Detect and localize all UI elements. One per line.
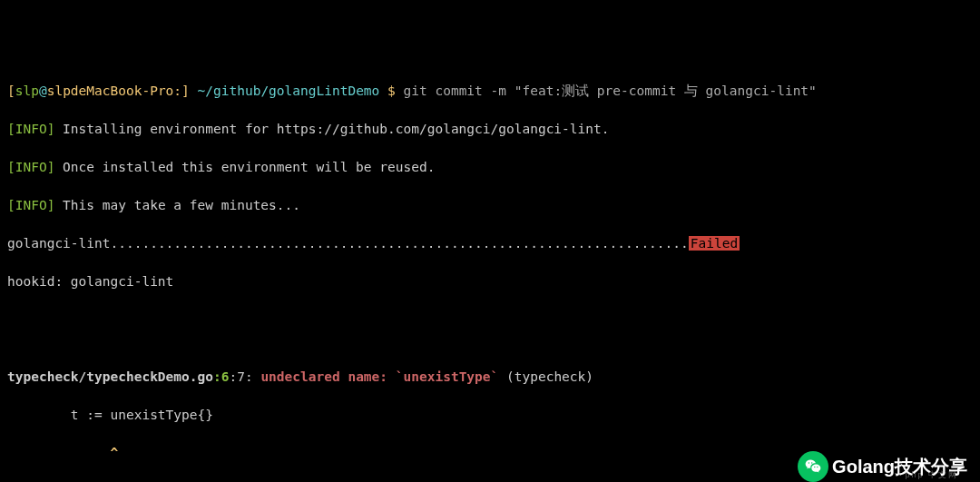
command-text: git commit -m "feat:测试 pre-commit 与 gola…: [396, 84, 817, 98]
prompt-dollar: $: [387, 84, 396, 98]
prompt-cwd: ~/github/golangLintDemo: [190, 84, 387, 98]
prompt-host: slpdeMacBook-Pro:: [47, 84, 181, 98]
hook-dots: ........................................…: [111, 236, 689, 251]
wechat-icon: [798, 451, 828, 482]
prompt-user: slp: [15, 84, 39, 98]
failed-badge: Failed: [689, 236, 740, 251]
info-msg: Installing environment for https://githu…: [54, 122, 609, 136]
bracket-close: ]: [181, 84, 190, 98]
error-1-code: t := unexistType{}: [7, 406, 973, 425]
info-msg: This may take a few minutes...: [54, 198, 300, 212]
info-line-3: [INFO] This may take a few minutes...: [7, 196, 973, 215]
info-tag: [INFO]: [7, 122, 54, 136]
error-line-no: :6: [213, 369, 229, 384]
hook-id-line: hookid: golangci-lint: [7, 272, 973, 291]
php-watermark: php 中文网: [905, 469, 958, 481]
error-msg: undeclared name: `unexistType`: [253, 369, 499, 384]
info-line-2: [INFO] Once installed this environment w…: [7, 158, 973, 177]
prompt-line[interactable]: [slp@slpdeMacBook-Pro:] ~/github/golangL…: [7, 82, 973, 101]
blank-line: [7, 310, 973, 330]
error-checker: (typecheck): [498, 369, 593, 384]
error-file: typecheck/typecheckDemo.go: [7, 369, 213, 384]
info-msg: Once installed this environment will be …: [54, 160, 435, 174]
info-tag: [INFO]: [7, 160, 54, 174]
hook-name: golangci-lint: [7, 236, 111, 251]
error-col: :7:: [229, 369, 252, 384]
info-tag: [INFO]: [7, 198, 54, 212]
info-line-1: [INFO] Installing environment for https:…: [7, 120, 973, 139]
hook-status-line: golangci-lint...........................…: [7, 234, 973, 253]
bracket-open: [: [7, 84, 15, 98]
prompt-at: @: [39, 84, 47, 98]
error-1-header: typecheck/typecheckDemo.go:6:7: undeclar…: [7, 368, 973, 387]
